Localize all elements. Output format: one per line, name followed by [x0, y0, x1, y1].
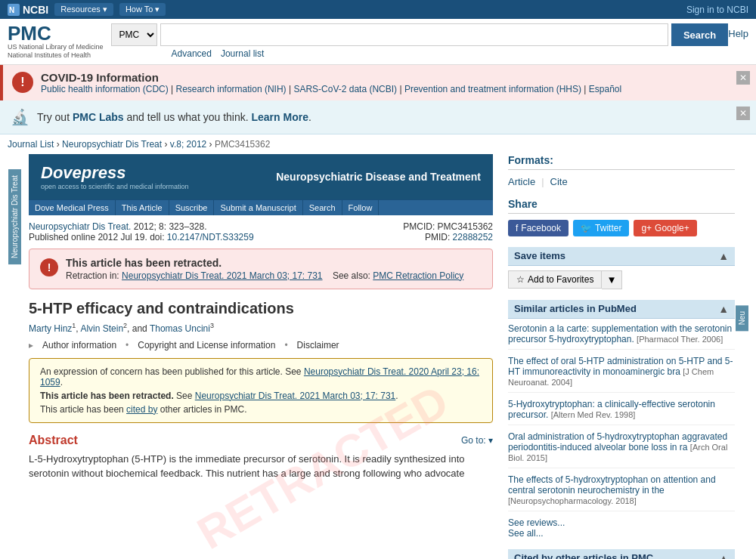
share-section: Share f Facebook 🐦 Twitter g+ Google+ [508, 198, 735, 236]
ncbi-data-link[interactable]: SARS-CoV-2 data (NCBI) [293, 84, 397, 94]
resources-button[interactable]: Resources ▾ [54, 3, 113, 16]
breadcrumb-journal-list[interactable]: Journal List [8, 139, 54, 150]
format-row: Article | Cite [508, 176, 735, 187]
sign-in-link[interactable]: Sign in to NCBI [686, 5, 748, 15]
similar-item: 5-Hydroxytryptophan: a clinically-effect… [508, 399, 735, 425]
cited-header-bar: Cited by other articles in PMC ▲ [508, 549, 735, 559]
article-info-links: ▸ Author information • Copyright and Lic… [29, 340, 493, 351]
add-to-favorites-button[interactable]: ☆ Add to Favorites [508, 270, 602, 289]
breadcrumb: Journal List › Neuropsychiatr Dis Treat … [0, 134, 756, 154]
article-format-link[interactable]: Article [508, 176, 535, 187]
site-header: PMC US National Library of Medicine Nati… [0, 19, 756, 65]
right-sidebar: Formats: Article | Cite Share f Facebook… [500, 154, 735, 559]
share-google-button[interactable]: g+ Google+ [634, 220, 696, 236]
retraction-title: This article has been retracted. [66, 257, 463, 269]
advanced-search-link[interactable]: Advanced [172, 48, 212, 59]
similar-collapse-button[interactable]: ▲ [718, 303, 729, 315]
share-title: Share [508, 198, 735, 214]
share-facebook-button[interactable]: f Facebook [508, 220, 569, 236]
article-metadata: Neuropsychiatr Dis Treat. 2012; 8: 323–3… [29, 221, 493, 242]
pmcid-area: PMCID: PMC3415362 PMID: 22888252 [403, 221, 493, 242]
formats-section: Formats: Article | Cite [508, 154, 735, 187]
doi-link[interactable]: 10.2147/NDT.S33259 [167, 232, 254, 242]
share-twitter-button[interactable]: 🐦 Twitter [573, 220, 629, 236]
author-marty-hinz[interactable]: Marty Hinz [29, 323, 72, 334]
pmc-labs-link[interactable]: PMC Labs [73, 111, 124, 123]
labs-text: Try out PMC Labs and tell us what you th… [37, 111, 311, 123]
breadcrumb-journal[interactable]: Neuropsychiatr Dis Treat [62, 139, 162, 150]
pmc-subtitle: US National Library of Medicine National… [8, 43, 104, 60]
labs-close-button[interactable]: ✕ [736, 107, 750, 120]
cited-by-section: Cited by other articles in PMC ▲ [508, 549, 735, 559]
retraction-notice: ! This article has been retracted. Retra… [29, 249, 493, 289]
see-all-link[interactable]: See all... [508, 528, 735, 539]
nav-search[interactable]: Search [303, 200, 342, 215]
bullet-icon: ▸ [29, 340, 33, 351]
formats-title: Formats: [508, 154, 735, 170]
article-citation: Neuropsychiatr Dis Treat. 2012; 8: 323–3… [29, 221, 254, 242]
author-thomas-uncini[interactable]: Thomas Uncini [150, 323, 210, 334]
nih-link[interactable]: Research information (NIH) [176, 84, 287, 94]
covid-warning-icon: ! [12, 72, 33, 93]
author-info-link[interactable]: Author information [42, 340, 116, 351]
cited-by-link[interactable]: cited by [126, 404, 157, 415]
nav-submit[interactable]: Submit a Manuscript [214, 200, 302, 215]
separator: • [125, 340, 129, 351]
main-content: Neuropsychiatr Dis Treat Dovepress open … [0, 154, 756, 559]
save-title: Save items [514, 250, 565, 261]
concern-line2: This article has been retracted. See Neu… [40, 391, 482, 401]
concern-ref2-link[interactable]: Neuropsychiatr Dis Treat. 2021 March 03;… [195, 391, 395, 401]
svg-text:N: N [9, 6, 14, 14]
breadcrumb-volume[interactable]: v.8; 2012 [170, 139, 206, 150]
dove-logo: Dovepress open access to scientific and … [41, 163, 189, 190]
labs-icon: 🔬 [11, 108, 29, 126]
left-side-tab[interactable]: Neuropsychiatr Dis Treat [8, 169, 21, 264]
author-alvin-stein[interactable]: Alvin Stein [80, 323, 123, 334]
labs-banner: 🔬 Try out PMC Labs and tell us what you … [0, 100, 756, 134]
nav-subscribe[interactable]: Suscribe [169, 200, 215, 215]
learn-more-link[interactable]: Learn More [252, 111, 308, 123]
cdc-link[interactable]: Public health information (CDC) [41, 84, 169, 94]
journal-list-link[interactable]: Journal list [221, 48, 264, 59]
nav-dove-press[interactable]: Dove Medical Press [29, 200, 116, 215]
nav-this-article[interactable]: This Article [116, 200, 169, 215]
nav-follow[interactable]: Follow [342, 200, 380, 215]
search-input[interactable] [160, 23, 668, 46]
favorites-dropdown-button[interactable]: ▼ [602, 270, 621, 289]
search-database-select[interactable]: PMC [111, 23, 157, 46]
pmc-policy-link[interactable]: PMC Retraction Policy [373, 270, 463, 281]
right-side-tab[interactable]: Neu [736, 305, 748, 331]
journal-abbr-link[interactable]: Neuropsychiatr Dis Treat. [29, 221, 131, 232]
see-reviews-link[interactable]: See reviews... [508, 517, 735, 528]
espanol-link[interactable]: Español [589, 84, 621, 94]
copyright-link[interactable]: Copyright and License information [138, 340, 275, 351]
ncbi-logo[interactable]: N NCBI [8, 4, 48, 16]
similar-item: The effect of oral 5-HTP administration … [508, 356, 735, 393]
pmc-title: PMC [8, 23, 104, 43]
abstract-section: RETRACTED Abstract Go to: ▾ L-5-Hydroxyt… [29, 434, 493, 481]
howto-button[interactable]: How To ▾ [119, 3, 166, 16]
twitter-icon: 🐦 [581, 223, 592, 233]
see-links: See reviews... See all... [508, 517, 735, 539]
retraction-icon: ! [40, 258, 58, 276]
authors: Marty Hinz1, Alvin Stein2, and Thomas Un… [29, 322, 493, 334]
similar-item: Oral administration of 5-hydroxytryptoph… [508, 431, 735, 468]
covid-close-button[interactable]: ✕ [736, 71, 750, 85]
similar-article-link-4[interactable]: The effects of 5-hydroxytryptophan on at… [508, 474, 716, 496]
save-collapse-button[interactable]: ▲ [718, 250, 729, 262]
search-button[interactable]: Search [671, 23, 728, 46]
hhs-link[interactable]: Prevention and treatment information (HH… [404, 84, 581, 94]
goto-link[interactable]: Go to: ▾ [461, 435, 493, 446]
disclaimer-link[interactable]: Disclaimer [297, 340, 339, 351]
cited-collapse-button[interactable]: ▲ [718, 552, 729, 559]
article-area: Dovepress open access to scientific and … [21, 154, 500, 559]
pmid-link[interactable]: 22888252 [453, 232, 493, 242]
share-buttons: f Facebook 🐦 Twitter g+ Google+ [508, 220, 735, 236]
article-title: 5-HTP efficacy and contraindications [29, 300, 493, 317]
breadcrumb-current: PMC3415362 [215, 139, 270, 150]
retraction-ref-link[interactable]: Neuropsychiatr Dis Treat. 2021 March 03;… [122, 270, 322, 281]
cite-format-link[interactable]: Cite [550, 176, 568, 187]
right-side-tab-area: Neu [735, 305, 748, 559]
help-link[interactable]: Help [728, 23, 748, 39]
pmc-logo: PMC US National Library of Medicine Nati… [8, 23, 104, 60]
